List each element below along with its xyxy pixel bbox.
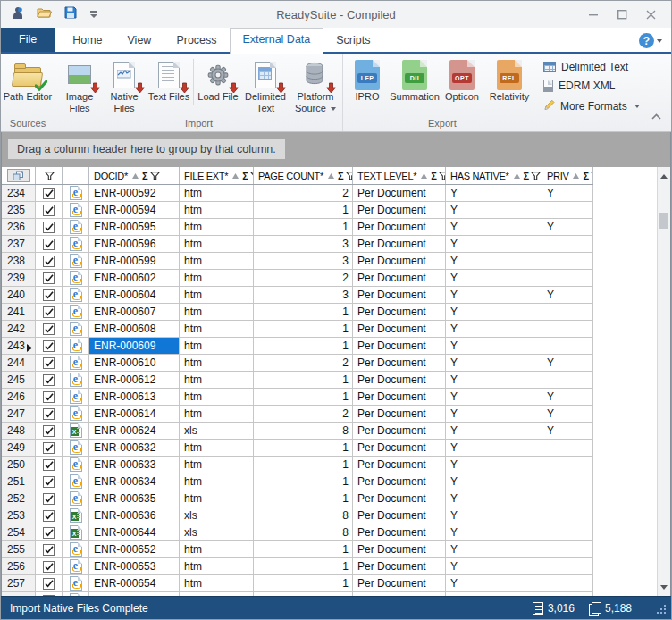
help-button[interactable]: ? [639, 33, 654, 48]
checkbox[interactable] [43, 425, 55, 437]
ipro-export-button[interactable]: LFP IPRO [345, 55, 390, 118]
cell-has-native[interactable]: Y [446, 287, 542, 303]
cell-docid[interactable]: ENR-000644 [89, 524, 180, 540]
cell-docid[interactable]: ENR-000635 [89, 490, 180, 507]
cell-text-level[interactable]: Per Document [353, 321, 446, 337]
cell-has-native[interactable]: Y [446, 490, 542, 507]
cell-has-native[interactable]: Y [446, 185, 542, 201]
cell-priv[interactable] [542, 457, 593, 473]
cell-priv[interactable] [542, 507, 593, 524]
column-header[interactable]: FILE EXT* Σ [180, 167, 254, 184]
cell-file-ext[interactable]: htm [180, 457, 254, 473]
cell-has-native[interactable]: Y [446, 423, 542, 439]
title-bar[interactable]: ReadySuite - Compiled [1, 1, 671, 28]
cell-priv[interactable]: Y [542, 185, 593, 201]
cell-page-count[interactable]: 1 [254, 219, 353, 235]
checkbox[interactable] [43, 527, 55, 539]
cell-docid[interactable]: ENR-000595 [89, 219, 180, 235]
row-checkbox-cell[interactable] [36, 185, 63, 201]
cell-page-count[interactable]: 8 [254, 507, 353, 524]
group-by-panel[interactable]: Drag a column header here to group by th… [2, 132, 670, 167]
table-row[interactable]: 246 e ENR-000613 htm 1 Per Document Y Y [2, 389, 593, 406]
cell-has-native[interactable]: Y [446, 202, 542, 218]
cell-page-count[interactable]: 1 [254, 541, 353, 557]
checkbox[interactable] [43, 323, 55, 335]
tab-scripts[interactable]: Scripts [323, 29, 382, 52]
table-row[interactable]: 255 e ENR-000652 htm 1 Per Document Y [2, 541, 593, 558]
cell-has-native[interactable]: Y [446, 406, 542, 422]
row-checkbox-cell[interactable] [36, 372, 63, 388]
row-checkbox-cell[interactable] [36, 507, 63, 524]
cell-has-native[interactable]: Y [446, 372, 542, 388]
cell-file-ext[interactable]: htm [180, 355, 254, 371]
cell-text-level[interactable]: Per Document [353, 389, 446, 405]
platform-source-button[interactable]: Platform Source [290, 55, 340, 118]
cell-text-level[interactable]: Per Document [353, 507, 446, 524]
minimize-button[interactable] [584, 5, 603, 23]
cell-text-level[interactable]: Per Document [353, 219, 446, 235]
scroll-up-button[interactable] [658, 169, 670, 183]
table-row[interactable]: 236 e ENR-000595 htm 1 Per Document Y Y [2, 219, 593, 236]
row-checkbox-cell[interactable] [36, 541, 63, 557]
native-files-button[interactable]: Native Files [102, 55, 147, 118]
row-checkbox-cell[interactable] [36, 304, 63, 320]
checkbox[interactable] [43, 256, 55, 267]
cell-docid[interactable]: ENR-000654 [89, 575, 180, 591]
cell-page-count[interactable]: 1 [254, 338, 353, 354]
row-checkbox-cell[interactable] [36, 490, 63, 507]
cell-priv[interactable] [542, 202, 593, 218]
cell-has-native[interactable]: Y [446, 541, 542, 557]
cell-docid[interactable]: ENR-000614 [89, 406, 180, 422]
cell-docid[interactable]: ENR-000632 [89, 440, 180, 456]
tab-view[interactable]: View [115, 29, 164, 52]
cell-has-native[interactable]: Y [446, 457, 542, 473]
checkbox[interactable] [43, 476, 55, 488]
cell-priv[interactable]: Y [542, 355, 593, 371]
table-row[interactable]: 251 e ENR-000634 htm 1 Per Document Y [2, 473, 593, 490]
row-checkbox-cell[interactable] [36, 473, 63, 490]
cell-text-level[interactable]: Per Document [353, 287, 446, 303]
checkbox[interactable] [43, 578, 55, 590]
checkbox[interactable] [43, 561, 55, 573]
cell-file-ext[interactable]: xls [180, 423, 254, 439]
checkbox[interactable] [43, 544, 55, 556]
cell-file-ext[interactable]: htm [180, 558, 254, 574]
cell-priv[interactable] [542, 490, 593, 507]
tab-home[interactable]: Home [60, 29, 114, 52]
cell-page-count[interactable]: 1 [254, 558, 353, 574]
cell-docid[interactable]: ENR-000653 [89, 558, 180, 574]
cell-docid[interactable] [89, 592, 180, 596]
row-checkbox-cell[interactable] [36, 202, 63, 218]
cell-docid[interactable]: ENR-000608 [89, 321, 180, 337]
cell-priv[interactable]: Y [542, 406, 593, 422]
cell-has-native[interactable]: Y [446, 338, 542, 354]
table-row[interactable]: 235 e ENR-000594 htm 1 Per Document Y [2, 202, 593, 219]
save-icon[interactable] [64, 6, 77, 22]
cell-file-ext[interactable]: xls [180, 507, 254, 524]
cell-page-count[interactable]: 1 [254, 575, 353, 591]
select-all-icon[interactable] [7, 169, 30, 182]
checkbox[interactable] [43, 205, 55, 216]
cell-file-ext[interactable]: htm [180, 389, 254, 405]
table-row[interactable]: 249 e ENR-000632 htm 1 Per Document Y [2, 440, 593, 457]
cell-page-count[interactable]: 1 [254, 202, 353, 218]
tab-external-data[interactable]: External Data [230, 28, 324, 54]
cell-has-native[interactable]: Y [446, 321, 542, 337]
table-row[interactable]: 252 e ENR-000635 htm 1 Per Document Y [2, 490, 593, 507]
checkbox[interactable] [43, 188, 55, 199]
checkbox[interactable] [43, 408, 55, 420]
row-checkbox-cell[interactable] [36, 219, 63, 235]
cell-priv[interactable]: Y [542, 219, 593, 235]
cell-text-level[interactable]: Per Document [353, 524, 446, 540]
cell-page-count[interactable]: 2 [254, 355, 353, 371]
cell-text-level[interactable]: Per Document [353, 558, 446, 574]
row-checkbox-cell[interactable] [36, 575, 63, 591]
cell-has-native[interactable]: Y [446, 236, 542, 252]
row-checkbox-cell[interactable] [36, 355, 63, 371]
cell-page-count[interactable]: 1 [254, 304, 353, 320]
close-button[interactable] [641, 5, 660, 23]
summary-icon[interactable]: Σ [242, 171, 248, 181]
cell-priv[interactable] [542, 575, 593, 591]
cell-has-native[interactable]: Y [446, 270, 542, 286]
row-checkbox-cell[interactable] [36, 389, 63, 405]
